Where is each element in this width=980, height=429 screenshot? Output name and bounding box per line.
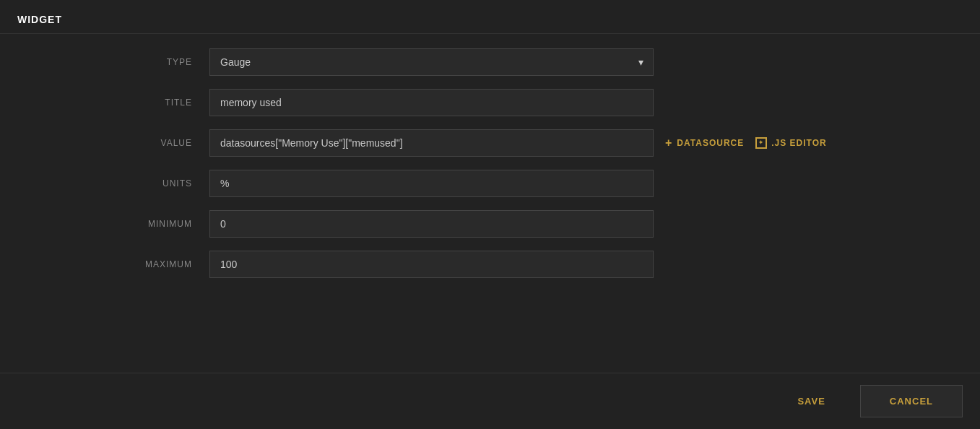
datasource-button[interactable]: + DATASOURCE — [665, 136, 744, 150]
value-row: VALUE + DATASOURCE ✦ .JS EDITOR — [116, 129, 980, 157]
maximum-input[interactable] — [209, 251, 654, 278]
units-input[interactable] — [209, 170, 654, 197]
value-actions: + DATASOURCE ✦ .JS EDITOR — [665, 136, 827, 150]
units-row: UNITS — [116, 170, 980, 197]
maximum-row: MAXIMUM — [116, 251, 980, 278]
minimum-row: MINIMUM — [116, 210, 980, 238]
minimum-label: MINIMUM — [116, 219, 209, 229]
maximum-label: MAXIMUM — [116, 259, 209, 269]
js-editor-icon: ✦ — [755, 137, 767, 149]
title-label: TITLE — [116, 98, 209, 108]
widget-dialog: WIDGET TYPE Gauge Chart Text Stat ▾ TITL… — [0, 0, 980, 429]
plus-icon: + — [665, 136, 672, 150]
dialog-footer: SAVE CANCEL — [0, 373, 980, 429]
value-label: VALUE — [116, 138, 209, 148]
js-editor-button[interactable]: ✦ .JS EDITOR — [755, 137, 826, 149]
title-input[interactable] — [209, 89, 654, 116]
type-row: TYPE Gauge Chart Text Stat ▾ — [116, 48, 980, 76]
save-button[interactable]: SAVE — [768, 386, 854, 417]
type-select[interactable]: Gauge Chart Text Stat — [209, 48, 654, 76]
title-row: TITLE — [116, 89, 980, 116]
js-editor-label: .JS EDITOR — [771, 138, 826, 148]
type-label: TYPE — [116, 57, 209, 67]
dialog-title: WIDGET — [17, 14, 62, 25]
type-select-wrapper: Gauge Chart Text Stat ▾ — [209, 48, 654, 76]
datasource-label: DATASOURCE — [677, 138, 744, 148]
value-input[interactable] — [209, 129, 654, 157]
minimum-input[interactable] — [209, 210, 654, 238]
form-area: TYPE Gauge Chart Text Stat ▾ TITLE VALUE — [0, 34, 980, 373]
units-label: UNITS — [116, 178, 209, 188]
cancel-button[interactable]: CANCEL — [860, 385, 963, 417]
dialog-header: WIDGET — [0, 0, 980, 34]
